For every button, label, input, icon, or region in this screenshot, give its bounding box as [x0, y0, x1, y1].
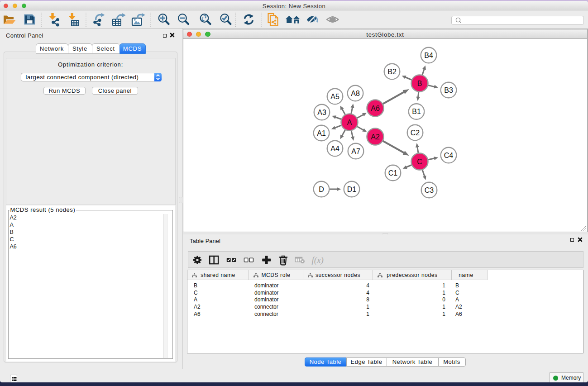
- svg-text:C1: C1: [388, 169, 398, 177]
- svg-text:A6: A6: [371, 105, 380, 112]
- svg-text:B3: B3: [444, 86, 453, 94]
- svg-text:C3: C3: [425, 186, 434, 194]
- svg-text:C2: C2: [411, 129, 420, 137]
- svg-text:A5: A5: [330, 93, 339, 100]
- svg-text:D1: D1: [347, 186, 357, 193]
- svg-text:A3: A3: [317, 109, 326, 116]
- svg-text:C: C: [417, 158, 422, 166]
- svg-text:D: D: [319, 186, 324, 193]
- svg-text:A: A: [347, 119, 352, 126]
- svg-text:A7: A7: [351, 148, 360, 155]
- svg-text:B2: B2: [387, 68, 397, 76]
- svg-text:f(x): f(x): [312, 255, 324, 265]
- svg-text:A8: A8: [351, 90, 360, 97]
- svg-text:A1: A1: [317, 129, 326, 137]
- svg-text:B: B: [417, 80, 422, 87]
- svg-text:A2: A2: [371, 133, 380, 141]
- svg-text:B1: B1: [412, 108, 421, 115]
- svg-text:C4: C4: [444, 152, 454, 159]
- svg-text:B4: B4: [424, 52, 433, 59]
- svg-text:A4: A4: [330, 145, 339, 152]
